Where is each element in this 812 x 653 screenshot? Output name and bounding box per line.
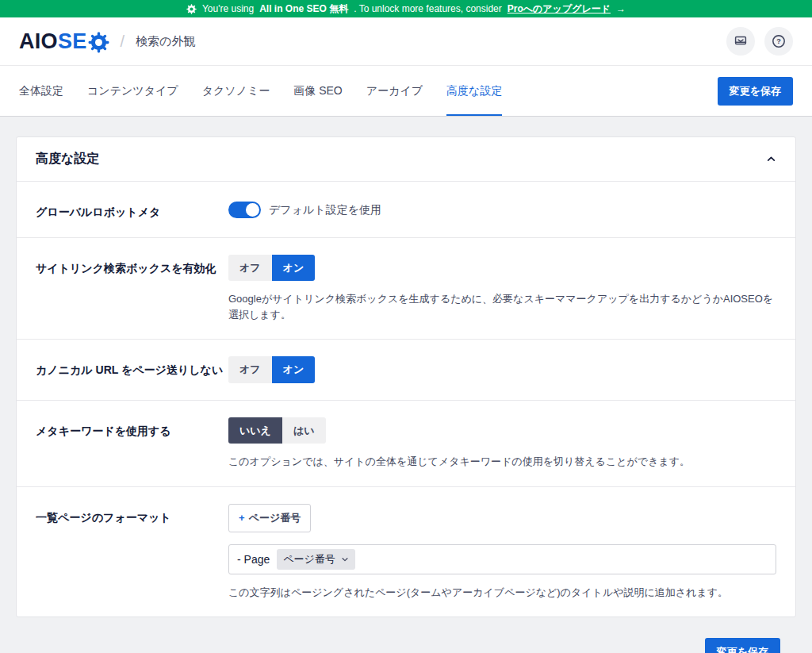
header-actions: ? [726,27,793,56]
tab-content-types[interactable]: コンテンツタイプ [87,66,178,116]
setting-description: Googleがサイトリンク検索ボックスを生成するために、必要なスキーママークアッ… [228,291,776,322]
tag-label: ページ番号 [283,552,335,567]
page-number-tag[interactable]: ページ番号 [277,549,355,570]
default-settings-toggle[interactable] [228,202,261,218]
sitelinks-segmented-control: オフ オン [228,255,315,282]
paged-format-input[interactable]: - Page ページ番号 [228,544,776,574]
add-page-number-button[interactable]: + ページ番号 [228,504,311,532]
tab-archives[interactable]: アーカイブ [366,66,423,116]
tab-general-settings[interactable]: 全体設定 [19,66,63,116]
save-changes-button-bottom[interactable]: 変更を保存 [705,638,780,653]
banner-text-prefix: You're using [202,3,254,14]
logo-text-dark: AIO [19,29,58,54]
aioseo-logo[interactable]: AIOSE [19,29,109,54]
banner-arrow: → [616,3,626,14]
toggle-label: デフォルト設定を使用 [269,203,381,217]
chevron-up-icon [766,154,776,164]
card-title: 高度な設定 [36,151,99,167]
upgrade-to-pro-link[interactable]: Proへのアップグレード [508,2,611,16]
setting-label: メタキーワードを使用する [36,417,228,470]
aioseo-gear-icon [186,4,197,14]
chevron-down-icon [341,555,349,563]
banner-text-middle: . To unlock more features, consider [354,3,502,14]
tab-advanced-settings[interactable]: 高度な設定 [446,66,502,116]
tab-label: アーカイブ [366,84,423,98]
plus-icon: + [239,512,245,524]
app-header: AIOSE / 検索の外観 [0,17,812,66]
option-yes-button[interactable]: はい [282,417,326,444]
breadcrumb-separator: / [121,33,125,51]
toggle-knob [246,203,259,217]
notifications-button[interactable] [726,27,755,56]
help-question-icon: ? [771,33,787,49]
setting-description: このオプションでは、サイトの全体を通じてメタキーワードの使用を切り替えることがで… [228,454,776,470]
option-off-button[interactable]: オフ [228,356,272,383]
option-off-button[interactable]: オフ [228,255,272,282]
card-header-toggle[interactable]: 高度な設定 [17,137,795,182]
meta-keywords-segmented-control: いいえ はい [228,417,326,444]
setting-row-global-robots-meta: グローバルロボットメタ デフォルト設定を使用 [17,182,795,238]
svg-text:?: ? [776,37,781,45]
setting-row-paged-format: 一覧ページのフォーマット + ページ番号 - Page ページ番号 [17,487,795,617]
tab-image-seo[interactable]: 画像 SEO [293,66,342,116]
option-on-button[interactable]: オン [272,255,316,282]
tabs-bar: 全体設定 コンテンツタイプ タクソノミー 画像 SEO アーカイブ 高度な設定 … [0,66,812,117]
upgrade-banner: You're using All in One SEO 無料 . To unlo… [0,0,812,17]
logo-gear-icon [88,32,109,53]
tab-label: コンテンツタイプ [87,84,178,98]
setting-label: サイトリンク検索ボックスを有効化 [36,255,228,323]
tab-label: 画像 SEO [293,84,342,98]
logo-text-blue: SE [58,29,87,54]
footer-actions: 変更を保存 [16,617,796,653]
format-input-text: - Page [237,553,270,566]
banner-product-name: All in One SEO 無料 [259,2,348,16]
option-on-button[interactable]: オン [272,356,316,383]
setting-label: 一覧ページのフォーマット [36,504,228,601]
setting-description: この文字列はページングされたページ(タームやアーカイブページなど)のタイトルや説… [228,585,776,601]
setting-row-sitelinks-search-box: サイトリンク検索ボックスを有効化 オフ オン Googleがサイトリンク検索ボッ… [17,238,795,340]
tab-label: 全体設定 [19,84,63,98]
aioseo-search-appearance-page: You're using All in One SEO 無料 . To unlo… [0,0,812,653]
setting-row-meta-keywords: メタキーワードを使用する いいえ はい このオプションでは、サイトの全体を通じて… [17,401,795,487]
option-no-button[interactable]: いいえ [228,417,282,444]
tab-label: タクソノミー [202,84,270,98]
setting-row-canonical-url-pagination: カノニカル URL をページ送りしない オフ オン [17,340,795,401]
add-button-label: ページ番号 [249,511,301,525]
breadcrumb: 検索の外観 [136,34,195,49]
setting-label: グローバルロボットメタ [36,198,228,221]
tab-taxonomies[interactable]: タクソノミー [202,66,270,116]
setting-label: カノニカル URL をページ送りしない [36,356,228,383]
advanced-settings-card: 高度な設定 グローバルロボットメタ デフォルト設定を使用 [16,136,796,617]
tab-label: 高度な設定 [446,84,502,98]
help-button[interactable]: ? [764,27,793,56]
canonical-segmented-control: オフ オン [228,356,315,383]
notifications-monitor-icon [733,34,748,48]
save-changes-button-top[interactable]: 変更を保存 [718,77,793,106]
main-content: 高度な設定 グローバルロボットメタ デフォルト設定を使用 [0,117,812,653]
